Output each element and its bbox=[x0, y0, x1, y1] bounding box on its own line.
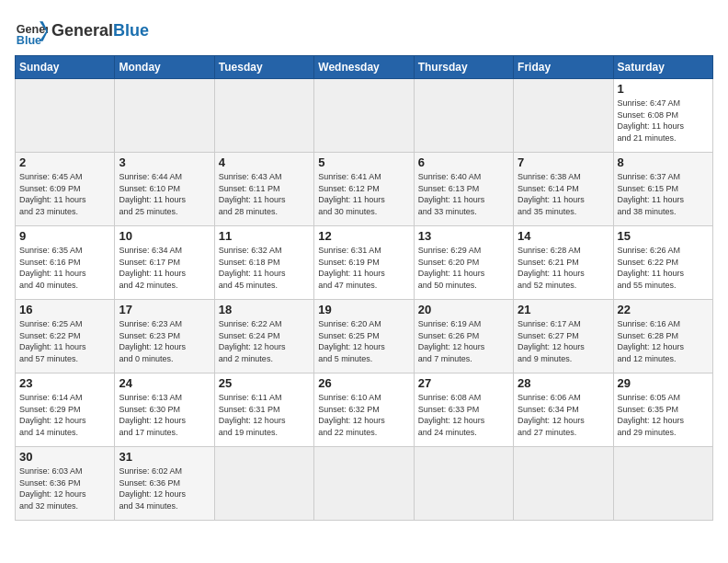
calendar-cell bbox=[613, 447, 712, 521]
calendar-cell: 27Sunrise: 6:08 AM Sunset: 6:33 PM Dayli… bbox=[414, 373, 513, 447]
day-number: 29 bbox=[618, 376, 709, 390]
day-info: Sunrise: 6:08 AM Sunset: 6:33 PM Dayligh… bbox=[418, 392, 509, 438]
calendar-cell bbox=[314, 79, 414, 153]
logo: General Blue GeneralBlue bbox=[15, 15, 149, 48]
day-info: Sunrise: 6:41 AM Sunset: 6:12 PM Dayligh… bbox=[318, 171, 409, 217]
day-info: Sunrise: 6:22 AM Sunset: 6:24 PM Dayligh… bbox=[219, 318, 310, 364]
calendar-cell bbox=[16, 79, 115, 153]
calendar-cell bbox=[214, 79, 313, 153]
day-info: Sunrise: 6:47 AM Sunset: 6:08 PM Dayligh… bbox=[618, 98, 709, 144]
calendar-cell: 7Sunrise: 6:38 AM Sunset: 6:14 PM Daylig… bbox=[514, 153, 613, 226]
day-info: Sunrise: 6:25 AM Sunset: 6:22 PM Dayligh… bbox=[19, 318, 110, 364]
header-monday: Monday bbox=[115, 56, 214, 79]
day-number: 4 bbox=[219, 155, 310, 169]
day-info: Sunrise: 6:45 AM Sunset: 6:09 PM Dayligh… bbox=[19, 171, 110, 217]
day-number: 15 bbox=[618, 229, 709, 243]
calendar-week-row: 30Sunrise: 6:03 AM Sunset: 6:36 PM Dayli… bbox=[16, 447, 713, 521]
calendar-cell: 11Sunrise: 6:32 AM Sunset: 6:18 PM Dayli… bbox=[214, 226, 313, 300]
day-info: Sunrise: 6:35 AM Sunset: 6:16 PM Dayligh… bbox=[19, 245, 110, 291]
calendar-week-row: 16Sunrise: 6:25 AM Sunset: 6:22 PM Dayli… bbox=[16, 300, 713, 373]
calendar-table: SundayMondayTuesdayWednesdayThursdayFrid… bbox=[15, 55, 713, 521]
calendar-cell: 29Sunrise: 6:05 AM Sunset: 6:35 PM Dayli… bbox=[613, 373, 712, 447]
calendar-cell: 22Sunrise: 6:16 AM Sunset: 6:28 PM Dayli… bbox=[613, 300, 712, 373]
day-number: 16 bbox=[19, 303, 110, 316]
day-number: 24 bbox=[119, 376, 210, 390]
day-info: Sunrise: 6:37 AM Sunset: 6:15 PM Dayligh… bbox=[618, 171, 709, 217]
calendar-cell: 26Sunrise: 6:10 AM Sunset: 6:32 PM Dayli… bbox=[314, 373, 414, 447]
calendar-cell: 12Sunrise: 6:31 AM Sunset: 6:19 PM Dayli… bbox=[314, 226, 414, 300]
header-thursday: Thursday bbox=[414, 56, 513, 79]
calendar-cell: 18Sunrise: 6:22 AM Sunset: 6:24 PM Dayli… bbox=[214, 300, 313, 373]
day-number: 19 bbox=[318, 303, 409, 316]
day-info: Sunrise: 6:11 AM Sunset: 6:31 PM Dayligh… bbox=[219, 392, 310, 438]
day-number: 28 bbox=[518, 376, 609, 390]
day-info: Sunrise: 6:23 AM Sunset: 6:23 PM Dayligh… bbox=[119, 318, 210, 364]
day-info: Sunrise: 6:19 AM Sunset: 6:26 PM Dayligh… bbox=[418, 318, 509, 364]
calendar-cell: 23Sunrise: 6:14 AM Sunset: 6:29 PM Dayli… bbox=[16, 373, 115, 447]
header-friday: Friday bbox=[514, 56, 613, 79]
calendar-cell: 13Sunrise: 6:29 AM Sunset: 6:20 PM Dayli… bbox=[414, 226, 513, 300]
day-info: Sunrise: 6:29 AM Sunset: 6:20 PM Dayligh… bbox=[418, 245, 509, 291]
day-info: Sunrise: 6:06 AM Sunset: 6:34 PM Dayligh… bbox=[518, 392, 609, 438]
header-tuesday: Tuesday bbox=[214, 56, 313, 79]
day-info: Sunrise: 6:32 AM Sunset: 6:18 PM Dayligh… bbox=[219, 245, 310, 291]
day-number: 7 bbox=[518, 155, 609, 169]
day-info: Sunrise: 6:26 AM Sunset: 6:22 PM Dayligh… bbox=[618, 245, 709, 291]
day-info: Sunrise: 6:10 AM Sunset: 6:32 PM Dayligh… bbox=[318, 392, 409, 438]
calendar-cell: 20Sunrise: 6:19 AM Sunset: 6:26 PM Dayli… bbox=[414, 300, 513, 373]
day-number: 31 bbox=[119, 450, 210, 464]
calendar-cell bbox=[514, 79, 613, 153]
day-info: Sunrise: 6:34 AM Sunset: 6:17 PM Dayligh… bbox=[119, 245, 210, 291]
calendar-cell: 1Sunrise: 6:47 AM Sunset: 6:08 PM Daylig… bbox=[613, 79, 712, 153]
day-info: Sunrise: 6:40 AM Sunset: 6:13 PM Dayligh… bbox=[418, 171, 509, 217]
calendar-cell bbox=[414, 79, 513, 153]
day-number: 27 bbox=[418, 376, 509, 390]
calendar-cell: 31Sunrise: 6:02 AM Sunset: 6:36 PM Dayli… bbox=[115, 447, 214, 521]
day-number: 12 bbox=[318, 229, 409, 243]
day-info: Sunrise: 6:17 AM Sunset: 6:27 PM Dayligh… bbox=[518, 318, 609, 364]
header-wednesday: Wednesday bbox=[314, 56, 414, 79]
header-saturday: Saturday bbox=[613, 56, 712, 79]
day-info: Sunrise: 6:38 AM Sunset: 6:14 PM Dayligh… bbox=[518, 171, 609, 217]
day-number: 6 bbox=[418, 155, 509, 169]
calendar-cell: 6Sunrise: 6:40 AM Sunset: 6:13 PM Daylig… bbox=[414, 153, 513, 226]
calendar-cell bbox=[514, 447, 613, 521]
day-number: 5 bbox=[318, 155, 409, 169]
calendar-cell: 5Sunrise: 6:41 AM Sunset: 6:12 PM Daylig… bbox=[314, 153, 414, 226]
day-number: 17 bbox=[119, 303, 210, 316]
day-number: 9 bbox=[19, 229, 110, 243]
calendar-cell: 17Sunrise: 6:23 AM Sunset: 6:23 PM Dayli… bbox=[115, 300, 214, 373]
day-number: 21 bbox=[518, 303, 609, 316]
calendar-week-row: 9Sunrise: 6:35 AM Sunset: 6:16 PM Daylig… bbox=[16, 226, 713, 300]
calendar-cell: 30Sunrise: 6:03 AM Sunset: 6:36 PM Dayli… bbox=[16, 447, 115, 521]
svg-text:Blue: Blue bbox=[17, 34, 41, 47]
calendar-cell: 24Sunrise: 6:13 AM Sunset: 6:30 PM Dayli… bbox=[115, 373, 214, 447]
day-info: Sunrise: 6:05 AM Sunset: 6:35 PM Dayligh… bbox=[618, 392, 709, 438]
day-info: Sunrise: 6:03 AM Sunset: 6:36 PM Dayligh… bbox=[19, 465, 110, 511]
calendar-cell: 28Sunrise: 6:06 AM Sunset: 6:34 PM Dayli… bbox=[514, 373, 613, 447]
day-info: Sunrise: 6:20 AM Sunset: 6:25 PM Dayligh… bbox=[318, 318, 409, 364]
day-number: 23 bbox=[19, 376, 110, 390]
logo-blue: Blue bbox=[113, 21, 149, 40]
logo-general: General bbox=[51, 21, 113, 40]
day-number: 14 bbox=[518, 229, 609, 243]
day-number: 11 bbox=[219, 229, 310, 243]
day-number: 10 bbox=[119, 229, 210, 243]
day-info: Sunrise: 6:02 AM Sunset: 6:36 PM Dayligh… bbox=[119, 465, 210, 511]
day-number: 25 bbox=[219, 376, 310, 390]
calendar-cell: 8Sunrise: 6:37 AM Sunset: 6:15 PM Daylig… bbox=[613, 153, 712, 226]
day-number: 1 bbox=[618, 82, 709, 96]
calendar-cell: 21Sunrise: 6:17 AM Sunset: 6:27 PM Dayli… bbox=[514, 300, 613, 373]
calendar-week-row: 2Sunrise: 6:45 AM Sunset: 6:09 PM Daylig… bbox=[16, 153, 713, 226]
day-number: 2 bbox=[19, 155, 110, 169]
day-number: 20 bbox=[418, 303, 509, 316]
calendar-cell: 15Sunrise: 6:26 AM Sunset: 6:22 PM Dayli… bbox=[613, 226, 712, 300]
day-number: 18 bbox=[219, 303, 310, 316]
calendar-cell: 4Sunrise: 6:43 AM Sunset: 6:11 PM Daylig… bbox=[214, 153, 313, 226]
calendar-cell: 9Sunrise: 6:35 AM Sunset: 6:16 PM Daylig… bbox=[16, 226, 115, 300]
calendar-cell: 19Sunrise: 6:20 AM Sunset: 6:25 PM Dayli… bbox=[314, 300, 414, 373]
day-number: 8 bbox=[618, 155, 709, 169]
calendar-cell bbox=[115, 79, 214, 153]
day-number: 3 bbox=[119, 155, 210, 169]
calendar-cell: 14Sunrise: 6:28 AM Sunset: 6:21 PM Dayli… bbox=[514, 226, 613, 300]
